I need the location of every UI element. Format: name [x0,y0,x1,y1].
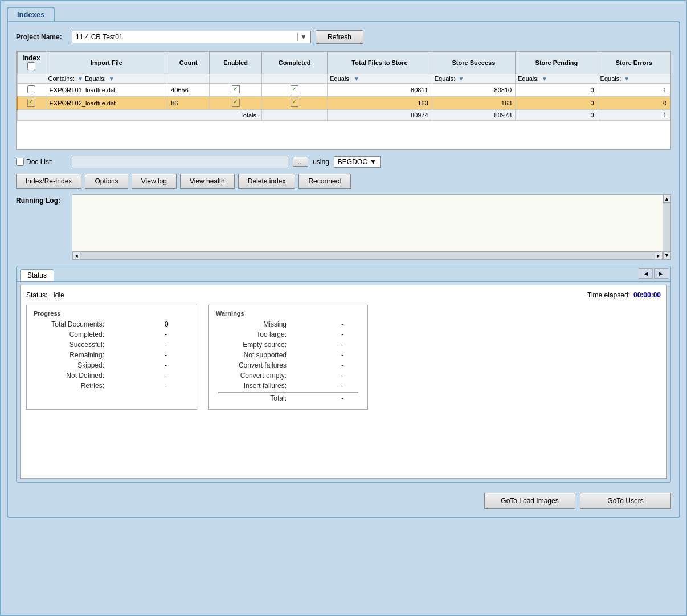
warning-separator [218,392,358,393]
not-supported-label: Not supported [218,351,287,359]
missing-label: Missing [218,320,287,328]
doc-list-checkbox[interactable] [16,158,24,166]
row1-count: 40656 [167,84,210,97]
warn-not-supported: Not supported - [216,351,361,359]
select-all-checkbox[interactable] [27,62,35,70]
filter-count [167,74,210,84]
reconnect-button[interactable]: Reconnect [298,174,350,189]
retries-value: - [165,382,187,390]
scroll-right-icon[interactable]: ► [655,252,663,260]
retries-label: Retries: [36,382,104,390]
completed-label: Completed: [36,331,104,338]
convert-empty-label: Convert empty: [218,372,287,380]
filter-icon-import2[interactable]: ▼ [109,76,114,82]
col-import-file: Import File [46,52,167,74]
status-label: Status: [26,291,47,299]
warn-total: Total: - [216,394,361,402]
table-row[interactable]: EXPORT02_loadfile.dat 86 163 163 0 0 [17,97,670,110]
totals-row: Totals: 80974 80973 0 1 [17,110,670,121]
status-content: Status: Idle Time elapsed: 00:00:00 Prog… [20,285,667,479]
col-enabled: Enabled [210,52,262,74]
stat-completed: Completed: - [34,331,190,338]
delete-index-button[interactable]: Delete index [238,174,296,189]
row2-import-file: EXPORT02_loadfile.dat [46,97,167,110]
convert-empty-value: - [341,372,358,380]
filter-icon-success[interactable]: ▼ [458,76,464,82]
browse-button[interactable]: ... [293,157,308,167]
row1-store-errors: 1 [598,84,670,97]
filter-icon-pending[interactable]: ▼ [542,76,547,82]
remaining-value: - [165,351,187,359]
not-defined-label: Not Defined: [36,372,104,380]
scroll-up-icon[interactable]: ▲ [663,195,671,203]
col-count: Count [167,52,210,74]
using-dropdown[interactable]: BEGDOC ▼ [334,156,381,168]
doc-list-text: Doc List: [26,158,53,166]
view-health-button[interactable]: View health [180,174,235,189]
row1-completed [262,84,328,97]
filter-enabled [210,74,262,84]
row2-store-success: 163 [432,97,516,110]
filter-total-files: Equals: ▼ [328,74,432,84]
using-value: BEGDOC [338,158,367,166]
row2-store-errors: 0 [598,97,670,110]
stat-total-docs: Total Documents: 0 [34,320,190,328]
log-scrollbar-h[interactable]: ◄ ► [72,251,663,259]
col-store-success: Store Success [432,52,516,74]
too-large-value: - [341,331,358,338]
refresh-button[interactable]: Refresh [316,30,363,44]
indexes-tab[interactable]: Indexes [7,7,55,21]
status-tab[interactable]: Status [20,269,54,281]
filter-icon-total[interactable]: ▼ [354,76,359,82]
warn-missing: Missing - [216,320,361,328]
project-dropdown[interactable]: 11.4 CR Test01 ▼ [72,31,311,43]
status-row: Status: Idle [26,291,64,299]
filter-completed [262,74,328,84]
row1-checkbox[interactable] [27,85,35,93]
options-button[interactable]: Options [85,174,128,189]
col-total-files: Total Files to Store [328,52,432,74]
totals-store-errors: 1 [598,110,670,121]
goto-users-button[interactable]: GoTo Users [580,493,671,509]
doc-list-input[interactable] [72,156,288,168]
successful-label: Successful: [36,341,104,349]
running-log-label: Running Log: [16,194,67,205]
row1-total-files: 80811 [328,84,432,97]
scroll-left-icon[interactable]: ◄ [72,252,80,260]
row2-enabled [210,97,262,110]
goto-load-images-button[interactable]: GoTo Load Images [484,493,575,509]
row1-enabled [210,84,262,97]
table-row[interactable]: EXPORT01_loadfile.dat 40656 80811 80810 … [17,84,670,97]
dropdown-arrow-icon: ▼ [297,33,307,41]
time-elapsed-value: 00:00:00 [633,291,661,299]
time-elapsed-row: Time elapsed: 00:00:00 [587,291,661,299]
convert-failures-value: - [341,361,358,369]
warn-convert-failures: Convert failures - [216,361,361,369]
not-defined-value: - [165,372,187,380]
using-dropdown-arrow-icon: ▼ [370,158,377,166]
status-nav-prev[interactable]: ◄ [639,268,653,279]
status-nav-next[interactable]: ► [654,268,668,279]
warnings-box: Warnings Missing - Too large: - Empty so… [208,305,368,410]
skipped-value: - [165,361,187,369]
scroll-down-icon[interactable]: ▼ [663,251,671,259]
row1-import-file: EXPORT01_loadfile.dat [46,84,167,97]
not-supported-value: - [341,351,358,359]
remaining-label: Remaining: [36,351,104,359]
row2-completed-check [291,99,298,107]
filter-icon-import[interactable]: ▼ [77,76,83,82]
index-reindex-button[interactable]: Index/Re-Index [16,174,81,189]
col-completed: Completed [262,52,328,74]
too-large-label: Too large: [218,331,287,338]
view-log-button[interactable]: View log [132,174,177,189]
filter-store-errors: Equals: ▼ [598,74,670,84]
row2-store-pending: 0 [516,97,598,110]
doc-list-label: Doc List: [16,158,67,166]
row2-checkbox [27,99,35,107]
project-value: 11.4 CR Test01 [76,33,123,41]
progress-box: Progress Total Documents: 0 Completed: -… [26,305,197,410]
stat-successful: Successful: - [34,341,190,349]
warn-insert-failures: Insert failures: - [216,382,361,390]
log-scrollbar-v[interactable]: ▲ ▼ [663,195,670,259]
filter-icon-errors[interactable]: ▼ [624,76,629,82]
